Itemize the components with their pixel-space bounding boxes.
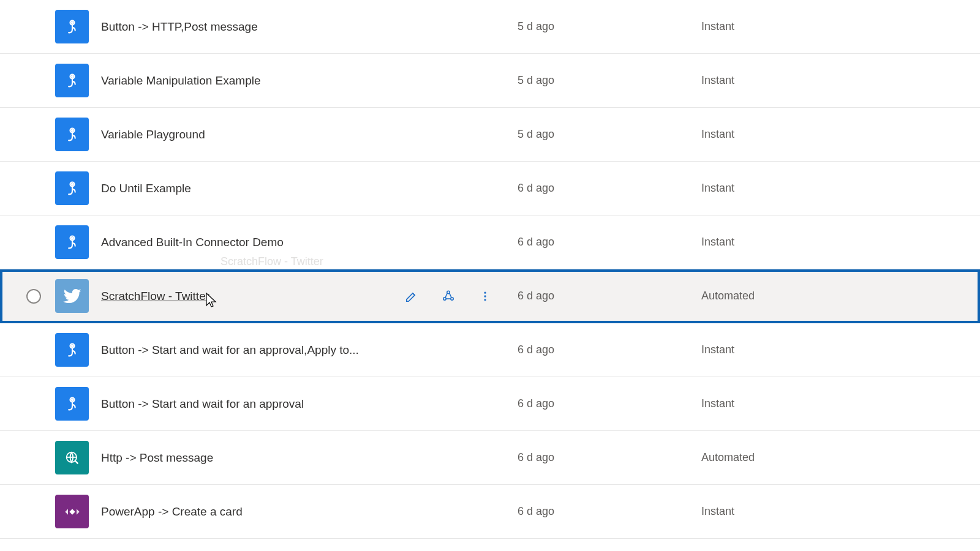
radio-unchecked-icon[interactable] (26, 289, 41, 304)
flow-modified: 6 d ago (518, 182, 701, 195)
svg-point-12 (451, 297, 453, 299)
flow-icon-cell (55, 279, 101, 313)
flow-row[interactable]: Do Until Example 6 d ago Instant (0, 162, 980, 216)
flow-type: Automated (701, 290, 980, 302)
flow-name-link[interactable]: ScratchFlow - Twitter (101, 290, 209, 303)
twitter-icon (55, 279, 89, 313)
flow-row[interactable]: Variable Playground 5 d ago Instant (0, 108, 980, 162)
flow-modified: 5 d ago (518, 74, 701, 87)
svg-point-15 (484, 299, 486, 301)
flow-type: Instant (701, 74, 980, 87)
svg-point-11 (443, 297, 446, 299)
flow-type: Instant (701, 236, 980, 249)
flow-icon-cell (55, 118, 101, 151)
flow-type: Instant (701, 20, 980, 33)
flow-row[interactable]: Button -> HTTP,Post message 5 d ago Inst… (0, 0, 980, 54)
flow-icon-cell (55, 64, 101, 97)
flow-name[interactable]: Variable Manipulation Example (101, 74, 518, 88)
flow-row[interactable]: Http -> Post message 6 d ago Automated (0, 431, 980, 485)
flow-icon-cell (55, 171, 101, 205)
flow-modified: 6 d ago (518, 290, 701, 302)
svg-point-7 (71, 183, 72, 184)
svg-point-17 (71, 345, 72, 346)
flow-modified: 6 d ago (518, 343, 701, 356)
flow-icon-cell (55, 387, 101, 421)
touch-icon (55, 225, 89, 259)
flow-row[interactable]: Button -> Start and wait for an approval… (0, 323, 980, 377)
flow-name[interactable]: Button -> Start and wait for an approval (101, 397, 518, 411)
flow-modified: 6 d ago (518, 505, 701, 518)
flow-modified: 6 d ago (518, 236, 701, 249)
flow-name[interactable]: Button -> HTTP,Post message (101, 20, 518, 34)
flow-icon-cell (55, 225, 101, 259)
flow-type: Instant (701, 505, 980, 518)
flow-icon-cell (55, 495, 101, 528)
svg-point-1 (71, 21, 72, 23)
flow-modified: 6 d ago (518, 451, 701, 464)
edit-icon[interactable] (404, 288, 420, 304)
globe-icon (55, 441, 89, 474)
flow-type: Instant (701, 397, 980, 410)
touch-icon (55, 333, 89, 367)
flow-row[interactable]: Advanced Built-In Connector Demo 6 d ago… (0, 216, 980, 269)
flow-name[interactable]: Do Until Example (101, 182, 518, 195)
diamond-icon (55, 495, 89, 528)
row-select[interactable] (12, 289, 55, 304)
flow-name[interactable]: Advanced Built-In Connector Demo (101, 236, 518, 249)
flow-name[interactable]: Button -> Start and wait for an approval… (101, 343, 518, 357)
flow-modified: 6 d ago (518, 397, 701, 410)
touch-icon (55, 10, 89, 43)
share-icon[interactable] (440, 288, 456, 304)
svg-point-3 (71, 75, 72, 77)
svg-point-14 (484, 295, 486, 297)
flow-modified: 5 d ago (518, 128, 701, 141)
flow-name[interactable]: Variable Playground (101, 128, 518, 141)
touch-icon (55, 171, 89, 205)
flow-icon-cell (55, 333, 101, 367)
svg-point-5 (71, 129, 72, 130)
more-icon[interactable] (477, 288, 493, 304)
flow-name[interactable]: PowerApp -> Create a card (101, 505, 518, 519)
flow-type: Instant (701, 343, 980, 356)
touch-icon (55, 118, 89, 151)
svg-point-10 (447, 291, 450, 293)
flow-row-selected[interactable]: ScratchFlow - Twitter ScratchFlow - Twit… (0, 269, 980, 323)
flow-modified: 5 d ago (518, 20, 701, 33)
flow-type: Instant (701, 182, 980, 195)
flow-type: Instant (701, 128, 980, 141)
flow-name-cell: ScratchFlow - Twitter ScratchFlow - Twit… (101, 290, 518, 303)
flow-name[interactable]: Http -> Post message (101, 451, 518, 465)
flow-type: Automated (701, 451, 980, 464)
flow-row[interactable]: PowerApp -> Create a card 6 d ago Instan… (0, 485, 980, 539)
flow-row[interactable]: Variable Manipulation Example 5 d ago In… (0, 54, 980, 108)
svg-point-19 (71, 399, 72, 400)
flow-row[interactable]: Button -> Start and wait for an approval… (0, 377, 980, 431)
svg-point-9 (71, 237, 72, 238)
touch-icon (55, 64, 89, 97)
flow-icon-cell (55, 441, 101, 474)
flow-icon-cell (55, 10, 101, 43)
svg-point-13 (484, 291, 486, 293)
row-actions (404, 288, 493, 304)
flow-list: Button -> HTTP,Post message 5 d ago Inst… (0, 0, 980, 539)
touch-icon (55, 387, 89, 421)
